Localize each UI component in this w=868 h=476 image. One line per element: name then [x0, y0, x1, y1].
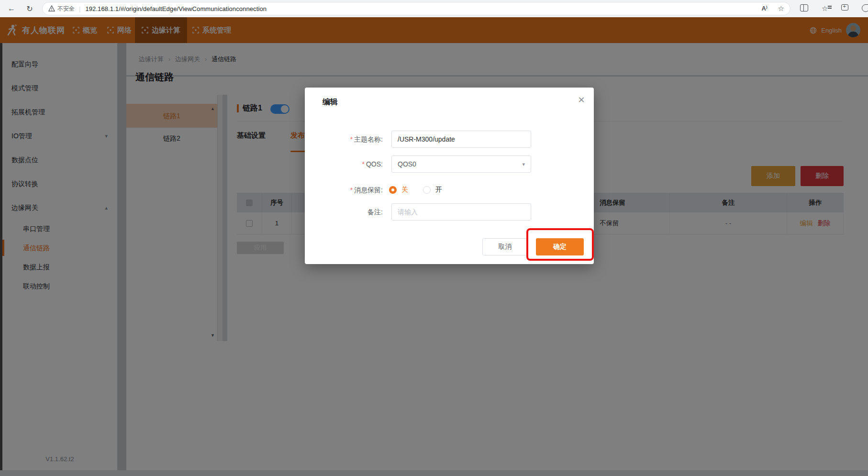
read-aloud-icon[interactable]: A) — [761, 5, 767, 12]
url-text: 192.168.1.1/#/origin/defaultEdge/ViewCom… — [85, 5, 267, 12]
split-screen-icon[interactable] — [800, 4, 808, 11]
cancel-button[interactable]: 取消 — [482, 238, 528, 255]
radio-retain-on-label[interactable]: 开 — [435, 186, 442, 194]
retain-field-row: *消息保留: 关 开 — [305, 181, 594, 199]
address-bar[interactable]: 不安全 | 192.168.1.1/#/origin/defaultEdge/V… — [42, 2, 790, 15]
radio-retain-off-label[interactable]: 关 — [401, 186, 408, 194]
remark-field-row: 备注: — [305, 203, 594, 221]
edit-dialog: 编辑 ✕ *主题名称: *QOS: QOS0 ▾ *消息保留: 关 开 备注: … — [305, 88, 594, 264]
favorite-star-icon[interactable]: ☆ — [778, 4, 784, 13]
chevron-down-icon: ▾ — [522, 161, 525, 167]
browser-refresh-button[interactable]: ↻ — [24, 3, 35, 14]
browser-back-button[interactable]: ← — [6, 3, 17, 14]
browser-chrome: ← ↻ 不安全 | 192.168.1.1/#/origin/defaultEd… — [0, 0, 868, 17]
radio-retain-on[interactable] — [423, 186, 431, 194]
remark-input[interactable] — [391, 203, 531, 221]
dialog-title: 编辑 — [323, 97, 338, 107]
qos-field-row: *QOS: QOS0 ▾ — [305, 155, 594, 173]
close-icon[interactable]: ✕ — [576, 94, 587, 106]
qos-select[interactable]: QOS0 ▾ — [391, 155, 531, 173]
remark-label: 备注: — [305, 203, 383, 221]
topic-label: *主题名称: — [305, 131, 383, 148]
browser-extra-icon[interactable] — [862, 4, 868, 12]
qos-selected-value: QOS0 — [398, 160, 416, 168]
qos-label: *QOS: — [305, 155, 383, 173]
retain-label: *消息保留: — [305, 181, 383, 199]
address-divider: | — [79, 5, 80, 12]
warning-icon — [48, 5, 55, 12]
radio-retain-off[interactable] — [389, 186, 397, 194]
topic-field-row: *主题名称: — [305, 131, 594, 148]
collections-icon[interactable] — [841, 4, 848, 11]
favorites-bar-icon[interactable]: ☆ — [822, 4, 828, 13]
confirm-button[interactable]: 确定 — [536, 238, 584, 255]
topic-input[interactable] — [391, 131, 531, 148]
security-label: 不安全 — [57, 5, 75, 13]
